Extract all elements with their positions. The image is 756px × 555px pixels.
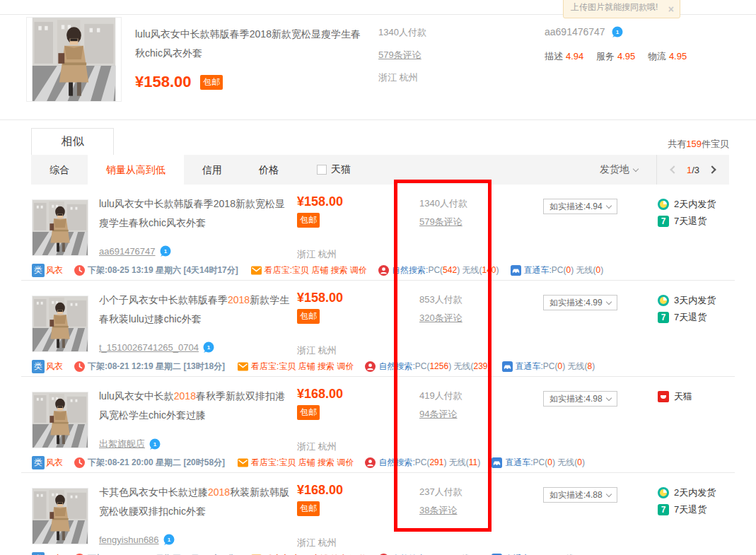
summary-seller-link[interactable]: aa691476747 — [545, 26, 605, 37]
product-list: lulu风衣女中长款韩版春季2018新款宽松显瘦学生春秋chic风衣外套 aa6… — [0, 185, 756, 555]
clock-icon — [74, 457, 85, 468]
sort-price[interactable]: 价格 — [240, 155, 297, 185]
desc-rating-dropdown[interactable]: 如实描述:4.94 — [543, 199, 617, 214]
rating-label: 描述 — [545, 51, 563, 62]
chevron-down-icon — [605, 395, 611, 400]
row-footer: 类 风衣 下架:08-21 20:00 星期二 [20时58分] 看店宝:宝贝 … — [32, 455, 596, 470]
prev-page-icon[interactable] — [670, 165, 678, 173]
tmall-checkbox[interactable] — [317, 165, 327, 175]
summary-location: 浙江 杭州 — [378, 71, 426, 84]
seller-credit-icon — [612, 26, 623, 37]
free-shipping-badge: 包邮 — [297, 213, 320, 228]
product-summary: lulu风衣女中长款韩版春季2018新款宽松显瘦学生春秋chic风衣外套 ¥15… — [0, 15, 756, 120]
service-badge-text: 天猫 — [674, 390, 692, 403]
trench-coat-photo — [27, 18, 121, 101]
desc-rating-dropdown[interactable]: 如实描述:4.88 — [543, 487, 617, 503]
chevron-down-icon — [633, 165, 639, 171]
service-badge-text: 7天退货 — [674, 215, 706, 228]
seven-icon — [658, 312, 669, 323]
payments-count: 237人付款 — [419, 486, 463, 498]
person-icon — [365, 361, 376, 372]
car-icon — [502, 361, 513, 372]
free-shipping-badge: 包邮 — [297, 405, 320, 420]
summary-title: lulu风衣女中长款韩版春季2018新款宽松显瘦学生春秋chic风衣外套 — [135, 25, 368, 63]
keyword-highlight: 2018 — [228, 294, 250, 305]
service-badges: 2天内发货 7天退货 — [658, 484, 716, 518]
sort-sales-desc[interactable]: 销量从高到低 — [88, 155, 184, 185]
kandianbao-icon — [238, 457, 248, 468]
product-title-link[interactable]: 卡其色风衣女中长款过膝2018秋装新款韩版宽松收腰双排扣chic外套 — [99, 483, 291, 521]
service-badges: 天猫 — [658, 388, 692, 405]
seller-credit-icon — [149, 438, 161, 450]
sort-composite[interactable]: 综合 — [31, 155, 88, 185]
category-name[interactable]: 风衣 — [46, 553, 63, 555]
reviews-link[interactable]: 38条评论 — [419, 505, 457, 515]
tabs-band: 相似 共有159件宝贝 — [31, 128, 729, 155]
pagination: 1/3 — [656, 155, 729, 185]
desc-rating-dropdown[interactable]: 如实描述:4.98 — [543, 391, 617, 407]
upload-image-tip: 上传图片就能搜同款哦! × — [563, 0, 680, 18]
reviews-link[interactable]: 320条评论 — [419, 312, 463, 323]
sort-credit[interactable]: 信用 — [184, 155, 240, 185]
person-icon — [378, 265, 389, 276]
category-badge: 类 — [32, 552, 45, 555]
payments-count: 1340人付款 — [419, 197, 467, 210]
rating-label: 物流 — [648, 51, 666, 62]
seller-link[interactable]: aa691476747 — [99, 246, 156, 257]
product-image[interactable] — [32, 199, 88, 256]
shop-tool-links[interactable]: 看店宝:宝贝 店铺 搜索 调价 — [264, 264, 367, 276]
seller-credit-icon — [160, 245, 171, 257]
reviews-link[interactable]: 579条评论 — [419, 216, 463, 227]
summary-payments: 1340人付款 — [378, 26, 426, 39]
sort-filter-bar: 综合 销量从高到低 信用 价格 天猫 发货地 1/3 — [31, 155, 729, 185]
service-badge-text: 2天内发货 — [674, 486, 716, 499]
similar-items-page: lulu风衣女中长款韩版春季2018新款宽松显瘦学生春秋chic风衣外套 ¥15… — [0, 0, 756, 555]
person-icon — [365, 457, 376, 468]
tmall-filter[interactable]: 天猫 — [297, 155, 358, 185]
product-row: lulu风衣女中长款韩版春季2018新款宽松显瘦学生春秋chic风衣外套 aa6… — [0, 185, 756, 281]
reviews-link[interactable]: 94条评论 — [419, 409, 457, 419]
product-title-link[interactable]: lulu风衣女中长款韩版春季2018新款宽松显瘦学生春秋chic风衣外套 — [99, 194, 291, 233]
shop-tool-links[interactable]: 看店宝:宝贝 店铺 搜索 调价 — [264, 553, 367, 555]
tmall-label: 天猫 — [331, 163, 351, 176]
category-name[interactable]: 风衣 — [46, 264, 63, 276]
summary-product-image[interactable] — [26, 17, 122, 102]
clock-icon — [658, 487, 669, 498]
category-badge: 类 — [32, 360, 45, 373]
tab-similar[interactable]: 相似 — [31, 128, 114, 155]
trench-coat-photo — [33, 296, 88, 351]
product-row: 卡其色风衣女中长款过膝2018秋装新款韩版宽松收腰双排扣chic外套 fengy… — [0, 473, 756, 555]
rating-value: 4.95 — [617, 51, 635, 62]
next-page-icon[interactable] — [708, 165, 716, 173]
category-name[interactable]: 风衣 — [46, 361, 63, 373]
organic-search-stats: 自然搜索:PC(0) 无线(0) — [392, 553, 480, 555]
kandianbao-icon — [251, 265, 262, 276]
ship-from-dropdown[interactable]: 发货地 — [581, 155, 656, 185]
seller-link[interactable]: t_1510026741265_0704 — [99, 342, 199, 353]
service-badges: 2天内发货 7天退货 — [658, 196, 716, 230]
shop-tool-links[interactable]: 看店宝:宝贝 店铺 搜索 调价 — [251, 457, 354, 469]
car-icon — [511, 265, 521, 276]
total-count: 共有159件宝贝 — [668, 138, 729, 151]
kandianbao-icon — [238, 361, 248, 372]
ztc-stats: 直通车:PC(0) 无线(0) — [505, 553, 585, 555]
desc-rating-dropdown[interactable]: 如实描述:4.99 — [543, 295, 617, 310]
product-title-link[interactable]: 小个子风衣女中长款韩版春季2018新款学生春秋装lulu过膝chic外套 — [99, 291, 291, 329]
product-image[interactable] — [32, 392, 88, 448]
free-shipping-badge: 包邮 — [200, 75, 223, 90]
seller-credit-icon — [203, 341, 214, 353]
tooltip-text: 上传图片就能搜同款哦! — [571, 1, 658, 13]
trench-coat-photo — [33, 489, 88, 544]
close-icon[interactable]: × — [668, 5, 674, 13]
shop-tool-links[interactable]: 看店宝:宝贝 店铺 搜索 调价 — [251, 361, 354, 373]
chevron-down-icon — [605, 491, 611, 496]
category-name[interactable]: 风衣 — [46, 457, 63, 469]
clock-icon — [658, 199, 669, 210]
summary-reviews-link[interactable]: 579条评论 — [378, 49, 421, 60]
product-image[interactable] — [32, 488, 88, 544]
seller-link[interactable]: fengyishun686 — [99, 534, 159, 545]
product-row: 小个子风衣女中长款韩版春季2018新款学生春秋装lulu过膝chic外套 t_1… — [0, 281, 756, 377]
seller-link[interactable]: 出絮旗舰店 — [99, 438, 145, 450]
product-title-link[interactable]: lulu风衣女中长款2018春秋季新款双排扣港风宽松学生chic外套过膝 — [99, 387, 291, 425]
product-image[interactable] — [32, 296, 88, 352]
